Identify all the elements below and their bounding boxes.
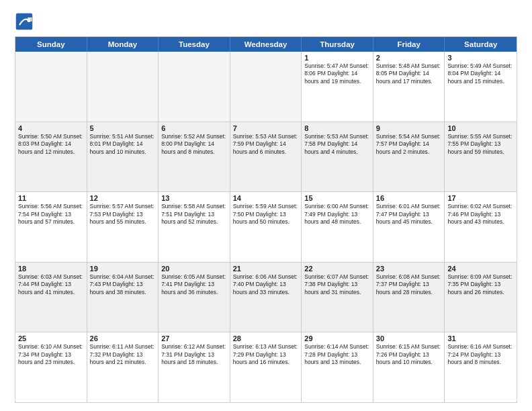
day-info: Sunrise: 6:05 AM Sunset: 7:41 PM Dayligh… (161, 273, 227, 296)
day-info: Sunrise: 5:51 AM Sunset: 8:01 PM Dayligh… (90, 133, 156, 156)
day-number: 6 (161, 124, 227, 132)
header (15, 12, 517, 31)
day-info: Sunrise: 6:14 AM Sunset: 7:28 PM Dayligh… (304, 343, 370, 366)
day-info: Sunrise: 5:54 AM Sunset: 7:57 PM Dayligh… (376, 133, 442, 156)
weekday-header-friday: Friday (373, 37, 445, 52)
day-number: 23 (376, 265, 442, 273)
day-cell-6: 6Sunrise: 5:52 AM Sunset: 8:00 PM Daylig… (159, 122, 230, 192)
day-cell-4: 4Sunrise: 5:50 AM Sunset: 8:03 PM Daylig… (15, 122, 87, 192)
day-cell-13: 13Sunrise: 5:58 AM Sunset: 7:51 PM Dayli… (159, 192, 230, 262)
day-cell-29: 29Sunrise: 6:14 AM Sunset: 7:28 PM Dayli… (302, 332, 373, 402)
day-cell-27: 27Sunrise: 6:12 AM Sunset: 7:31 PM Dayli… (159, 332, 230, 402)
day-number: 2 (376, 54, 442, 62)
weekday-header-thursday: Thursday (302, 37, 373, 52)
day-cell-5: 5Sunrise: 5:51 AM Sunset: 8:01 PM Daylig… (87, 122, 159, 192)
day-cell-8: 8Sunrise: 5:53 AM Sunset: 7:58 PM Daylig… (302, 122, 373, 192)
page: SundayMondayTuesdayWednesdayThursdayFrid… (0, 0, 532, 411)
weekday-header-saturday: Saturday (445, 37, 517, 52)
day-number: 18 (18, 265, 84, 273)
day-info: Sunrise: 6:12 AM Sunset: 7:31 PM Dayligh… (161, 343, 227, 366)
day-cell-18: 18Sunrise: 6:03 AM Sunset: 7:44 PM Dayli… (15, 263, 87, 332)
day-number: 30 (376, 334, 442, 342)
week-row-4: 18Sunrise: 6:03 AM Sunset: 7:44 PM Dayli… (15, 263, 517, 333)
day-info: Sunrise: 5:50 AM Sunset: 8:03 PM Dayligh… (18, 133, 84, 156)
day-number: 24 (447, 265, 514, 273)
day-number: 16 (376, 194, 442, 202)
svg-point-1 (27, 19, 30, 22)
day-number: 3 (447, 54, 514, 62)
day-number: 31 (447, 334, 514, 342)
day-number: 25 (18, 334, 84, 342)
day-cell-15: 15Sunrise: 6:00 AM Sunset: 7:49 PM Dayli… (302, 192, 373, 262)
day-cell-16: 16Sunrise: 6:01 AM Sunset: 7:47 PM Dayli… (373, 192, 445, 262)
day-cell-empty (87, 52, 159, 122)
day-info: Sunrise: 6:01 AM Sunset: 7:47 PM Dayligh… (376, 203, 442, 226)
day-info: Sunrise: 5:57 AM Sunset: 7:53 PM Dayligh… (90, 203, 156, 226)
day-number: 7 (233, 124, 299, 132)
day-info: Sunrise: 5:55 AM Sunset: 7:55 PM Dayligh… (447, 133, 514, 156)
day-info: Sunrise: 5:58 AM Sunset: 7:51 PM Dayligh… (161, 203, 227, 226)
weekday-header-sunday: Sunday (15, 37, 87, 52)
day-info: Sunrise: 6:09 AM Sunset: 7:35 PM Dayligh… (447, 273, 514, 296)
day-number: 9 (376, 124, 442, 132)
day-cell-28: 28Sunrise: 6:13 AM Sunset: 7:29 PM Dayli… (230, 332, 302, 402)
day-info: Sunrise: 5:56 AM Sunset: 7:54 PM Dayligh… (18, 203, 84, 226)
day-cell-empty (159, 52, 230, 122)
day-cell-31: 31Sunrise: 6:16 AM Sunset: 7:24 PM Dayli… (445, 332, 517, 402)
day-cell-3: 3Sunrise: 5:49 AM Sunset: 8:04 PM Daylig… (445, 52, 517, 122)
day-cell-12: 12Sunrise: 5:57 AM Sunset: 7:53 PM Dayli… (87, 192, 159, 262)
day-info: Sunrise: 6:00 AM Sunset: 7:49 PM Dayligh… (304, 203, 370, 226)
weekday-header-tuesday: Tuesday (159, 37, 230, 52)
day-info: Sunrise: 6:16 AM Sunset: 7:24 PM Dayligh… (447, 343, 514, 366)
day-number: 17 (447, 194, 514, 202)
day-info: Sunrise: 6:02 AM Sunset: 7:46 PM Dayligh… (447, 203, 514, 226)
day-cell-24: 24Sunrise: 6:09 AM Sunset: 7:35 PM Dayli… (445, 263, 517, 332)
day-info: Sunrise: 6:04 AM Sunset: 7:43 PM Dayligh… (90, 273, 156, 296)
day-number: 20 (161, 265, 227, 273)
day-cell-19: 19Sunrise: 6:04 AM Sunset: 7:43 PM Dayli… (87, 263, 159, 332)
week-row-2: 4Sunrise: 5:50 AM Sunset: 8:03 PM Daylig… (15, 122, 517, 193)
week-row-3: 11Sunrise: 5:56 AM Sunset: 7:54 PM Dayli… (15, 192, 517, 263)
day-number: 8 (304, 124, 370, 132)
day-info: Sunrise: 6:08 AM Sunset: 7:37 PM Dayligh… (376, 273, 442, 296)
logo-icon (15, 12, 34, 31)
day-info: Sunrise: 6:13 AM Sunset: 7:29 PM Dayligh… (233, 343, 299, 366)
day-cell-14: 14Sunrise: 5:59 AM Sunset: 7:50 PM Dayli… (230, 192, 302, 262)
day-number: 19 (90, 265, 156, 273)
day-number: 22 (304, 265, 370, 273)
day-cell-7: 7Sunrise: 5:53 AM Sunset: 7:59 PM Daylig… (230, 122, 302, 192)
day-number: 4 (18, 124, 84, 132)
day-cell-17: 17Sunrise: 6:02 AM Sunset: 7:46 PM Dayli… (445, 192, 517, 262)
week-row-1: 1Sunrise: 5:47 AM Sunset: 8:06 PM Daylig… (15, 52, 517, 122)
day-info: Sunrise: 6:10 AM Sunset: 7:34 PM Dayligh… (18, 343, 84, 366)
weekday-header-wednesday: Wednesday (230, 37, 302, 52)
day-cell-20: 20Sunrise: 6:05 AM Sunset: 7:41 PM Dayli… (159, 263, 230, 332)
week-row-5: 25Sunrise: 6:10 AM Sunset: 7:34 PM Dayli… (15, 332, 517, 402)
day-number: 12 (90, 194, 156, 202)
day-number: 13 (161, 194, 227, 202)
day-cell-2: 2Sunrise: 5:48 AM Sunset: 8:05 PM Daylig… (373, 52, 445, 122)
day-info: Sunrise: 6:06 AM Sunset: 7:40 PM Dayligh… (233, 273, 299, 296)
day-cell-10: 10Sunrise: 5:55 AM Sunset: 7:55 PM Dayli… (445, 122, 517, 192)
day-info: Sunrise: 5:59 AM Sunset: 7:50 PM Dayligh… (233, 203, 299, 226)
day-number: 11 (18, 194, 84, 202)
day-cell-empty (230, 52, 302, 122)
day-cell-22: 22Sunrise: 6:07 AM Sunset: 7:38 PM Dayli… (302, 263, 373, 332)
weekday-header-monday: Monday (87, 37, 159, 52)
day-number: 21 (233, 265, 299, 273)
day-cell-empty (15, 52, 87, 122)
day-info: Sunrise: 6:07 AM Sunset: 7:38 PM Dayligh… (304, 273, 370, 296)
day-info: Sunrise: 5:47 AM Sunset: 8:06 PM Dayligh… (304, 62, 370, 85)
calendar-header: SundayMondayTuesdayWednesdayThursdayFrid… (15, 37, 517, 52)
day-number: 14 (233, 194, 299, 202)
day-cell-25: 25Sunrise: 6:10 AM Sunset: 7:34 PM Dayli… (15, 332, 87, 402)
day-info: Sunrise: 6:03 AM Sunset: 7:44 PM Dayligh… (18, 273, 84, 296)
day-number: 28 (233, 334, 299, 342)
day-number: 1 (304, 54, 370, 62)
day-cell-26: 26Sunrise: 6:11 AM Sunset: 7:32 PM Dayli… (87, 332, 159, 402)
day-info: Sunrise: 5:53 AM Sunset: 7:58 PM Dayligh… (304, 133, 370, 156)
day-number: 5 (90, 124, 156, 132)
logo (15, 12, 36, 31)
day-info: Sunrise: 6:15 AM Sunset: 7:26 PM Dayligh… (376, 343, 442, 366)
day-number: 10 (447, 124, 514, 132)
